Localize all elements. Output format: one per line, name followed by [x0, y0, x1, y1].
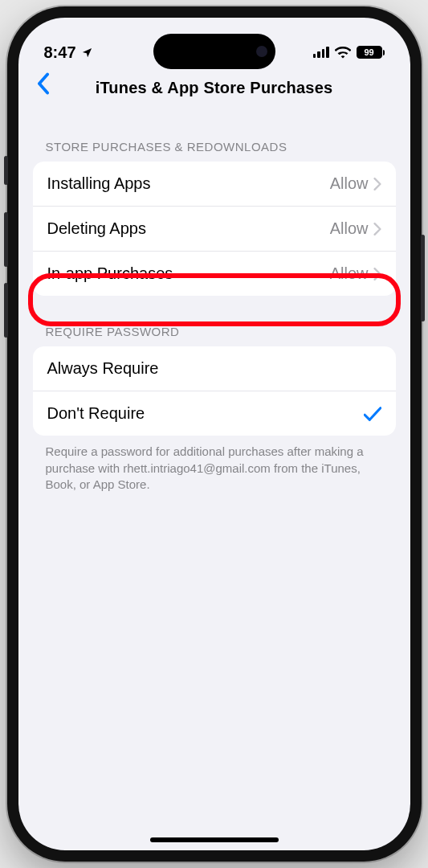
row-label: In-app Purchases	[47, 264, 173, 283]
battery-percent: 99	[357, 46, 382, 59]
chevron-left-icon	[36, 72, 51, 95]
row-label: Always Require	[47, 359, 159, 378]
chevron-right-icon	[373, 223, 381, 235]
phone-frame: 8:47 99 iTunes & App Store Purcha	[7, 6, 422, 862]
back-button[interactable]	[36, 72, 51, 95]
group-password: Always Require Don't Require	[33, 346, 396, 436]
row-dont-require[interactable]: Don't Require	[33, 391, 396, 436]
row-installing-apps[interactable]: Installing Apps Allow	[33, 162, 396, 206]
status-time: 8:47	[44, 43, 76, 62]
section-header-password: REQUIRE PASSWORD	[33, 296, 396, 346]
section-footer: Require a password for additional purcha…	[33, 436, 396, 493]
row-in-app-purchases[interactable]: In-app Purchases Allow	[33, 251, 396, 296]
wifi-icon	[335, 47, 351, 59]
row-value: Allow	[330, 174, 369, 193]
content: STORE PURCHASES & REDOWNLOADS Installing…	[18, 111, 410, 493]
row-deleting-apps[interactable]: Deleting Apps Allow	[33, 206, 396, 251]
section-header-purchases: STORE PURCHASES & REDOWNLOADS	[33, 111, 396, 162]
group-purchases: Installing Apps Allow Deleting Apps Allo…	[33, 162, 396, 296]
page-title: iTunes & App Store Purchases	[96, 79, 333, 97]
row-value: Allow	[330, 219, 369, 238]
row-always-require[interactable]: Always Require	[33, 346, 396, 391]
cell-signal-icon	[313, 47, 329, 58]
chevron-right-icon	[373, 268, 381, 280]
row-value: Allow	[330, 264, 369, 283]
nav-bar: iTunes & App Store Purchases	[18, 69, 410, 111]
row-label: Deleting Apps	[47, 219, 146, 238]
status-bar: 8:47 99	[18, 18, 410, 69]
location-icon	[81, 47, 93, 59]
row-label: Installing Apps	[47, 174, 151, 193]
battery-icon: 99	[357, 46, 385, 59]
row-label: Don't Require	[47, 404, 145, 423]
home-indicator[interactable]	[150, 837, 279, 842]
checkmark-icon	[364, 406, 381, 422]
screen: 8:47 99 iTunes & App Store Purcha	[18, 18, 410, 850]
chevron-right-icon	[373, 178, 381, 190]
